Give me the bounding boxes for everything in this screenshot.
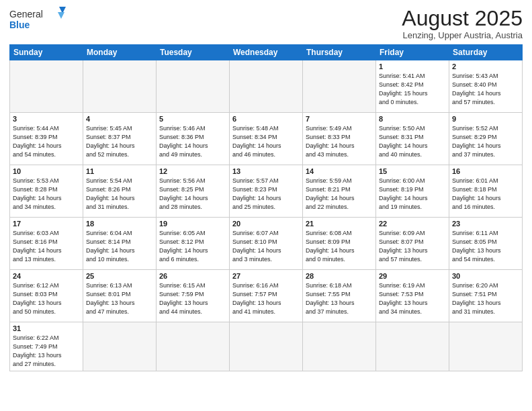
day-6: 6 Sunrise: 5:48 AMSunset: 8:34 PMDayligh…: [230, 113, 303, 165]
location: Lenzing, Upper Austria, Austria: [402, 30, 523, 40]
day-23: 23 Sunrise: 6:11 AMSunset: 8:05 PMDaylig…: [449, 218, 523, 270]
empty-cell: [83, 322, 157, 371]
day-19: 19 Sunrise: 6:05 AMSunset: 8:12 PMDaylig…: [157, 218, 230, 270]
day-2-info: Sunrise: 5:43 AMSunset: 8:40 PMDaylight:…: [452, 72, 519, 107]
day-3: 3 Sunrise: 5:44 AMSunset: 8:39 PMDayligh…: [10, 113, 83, 165]
week-2: 3 Sunrise: 5:44 AMSunset: 8:39 PMDayligh…: [10, 113, 523, 165]
day-28: 28 Sunrise: 6:18 AMSunset: 7:55 PMDaylig…: [303, 270, 376, 322]
day-12: 12 Sunrise: 5:56 AMSunset: 8:25 PMDaylig…: [157, 165, 230, 218]
day-31: 31 Sunrise: 6:22 AMSunset: 7:49 PMDaylig…: [10, 322, 83, 371]
day-14: 14 Sunrise: 5:59 AMSunset: 8:21 PMDaylig…: [303, 165, 376, 218]
day-24: 24 Sunrise: 6:12 AMSunset: 8:03 PMDaylig…: [10, 270, 83, 322]
week-1: 1 Sunrise: 5:41 AMSunset: 8:42 PMDayligh…: [10, 60, 523, 113]
header: General Blue August 2025 Lenzing, Upper …: [9, 7, 523, 40]
day-25: 25 Sunrise: 6:13 AMSunset: 8:01 PMDaylig…: [83, 270, 157, 322]
day-5: 5 Sunrise: 5:46 AMSunset: 8:36 PMDayligh…: [157, 113, 230, 165]
month-title: August 2025: [402, 7, 523, 30]
header-friday: Friday: [376, 45, 449, 60]
empty-cell: [157, 322, 230, 371]
day-18: 18 Sunrise: 6:04 AMSunset: 8:14 PMDaylig…: [83, 218, 157, 270]
day-1-info: Sunrise: 5:41 AMSunset: 8:42 PMDaylight:…: [379, 72, 446, 107]
day-21: 21 Sunrise: 6:08 AMSunset: 8:09 PMDaylig…: [303, 218, 376, 270]
header-tuesday: Tuesday: [157, 45, 230, 60]
empty-cell: [449, 322, 523, 371]
calendar: Sunday Monday Tuesday Wednesday Thursday…: [9, 44, 523, 371]
day-7: 7 Sunrise: 5:49 AMSunset: 8:33 PMDayligh…: [303, 113, 376, 165]
header-monday: Monday: [83, 45, 157, 60]
empty-cell: [230, 60, 303, 113]
empty-cell: [303, 60, 376, 113]
day-2: 2 Sunrise: 5:43 AMSunset: 8:40 PMDayligh…: [449, 60, 523, 113]
day-22: 22 Sunrise: 6:09 AMSunset: 8:07 PMDaylig…: [376, 218, 449, 270]
empty-cell: [10, 60, 83, 113]
empty-cell: [376, 322, 449, 371]
day-27: 27 Sunrise: 6:16 AMSunset: 7:57 PMDaylig…: [230, 270, 303, 322]
day-13: 13 Sunrise: 5:57 AMSunset: 8:23 PMDaylig…: [230, 165, 303, 218]
generalblue-logo-icon: General Blue: [9, 7, 70, 31]
day-15: 15 Sunrise: 6:00 AMSunset: 8:19 PMDaylig…: [376, 165, 449, 218]
empty-cell: [303, 322, 376, 371]
day-20: 20 Sunrise: 6:07 AMSunset: 8:10 PMDaylig…: [230, 218, 303, 270]
day-4: 4 Sunrise: 5:45 AMSunset: 8:37 PMDayligh…: [83, 113, 157, 165]
day-16: 16 Sunrise: 6:01 AMSunset: 8:18 PMDaylig…: [449, 165, 523, 218]
header-saturday: Saturday: [449, 45, 523, 60]
day-26: 26 Sunrise: 6:15 AMSunset: 7:59 PMDaylig…: [157, 270, 230, 322]
logo: General Blue: [9, 7, 70, 31]
svg-text:Blue: Blue: [9, 19, 30, 30]
day-17: 17 Sunrise: 6:03 AMSunset: 8:16 PMDaylig…: [10, 218, 83, 270]
day-10: 10 Sunrise: 5:53 AMSunset: 8:28 PMDaylig…: [10, 165, 83, 218]
weekday-header-row: Sunday Monday Tuesday Wednesday Thursday…: [10, 45, 523, 60]
day-9: 9 Sunrise: 5:52 AMSunset: 8:29 PMDayligh…: [449, 113, 523, 165]
header-sunday: Sunday: [10, 45, 83, 60]
header-thursday: Thursday: [303, 45, 376, 60]
week-6: 31 Sunrise: 6:22 AMSunset: 7:49 PMDaylig…: [10, 322, 523, 371]
day-1: 1 Sunrise: 5:41 AMSunset: 8:42 PMDayligh…: [376, 60, 449, 113]
day-8: 8 Sunrise: 5:50 AMSunset: 8:31 PMDayligh…: [376, 113, 449, 165]
svg-marker-4: [58, 12, 64, 19]
header-wednesday: Wednesday: [230, 45, 303, 60]
empty-cell: [157, 60, 230, 113]
empty-cell: [230, 322, 303, 371]
day-11: 11 Sunrise: 5:54 AMSunset: 8:26 PMDaylig…: [83, 165, 157, 218]
empty-cell: [83, 60, 157, 113]
title-area: August 2025 Lenzing, Upper Austria, Aust…: [402, 7, 523, 40]
day-29: 29 Sunrise: 6:19 AMSunset: 7:53 PMDaylig…: [376, 270, 449, 322]
week-3: 10 Sunrise: 5:53 AMSunset: 8:28 PMDaylig…: [10, 165, 523, 218]
week-4: 17 Sunrise: 6:03 AMSunset: 8:16 PMDaylig…: [10, 218, 523, 270]
week-5: 24 Sunrise: 6:12 AMSunset: 8:03 PMDaylig…: [10, 270, 523, 322]
svg-text:General: General: [9, 9, 43, 19]
day-30: 30 Sunrise: 6:20 AMSunset: 7:51 PMDaylig…: [449, 270, 523, 322]
